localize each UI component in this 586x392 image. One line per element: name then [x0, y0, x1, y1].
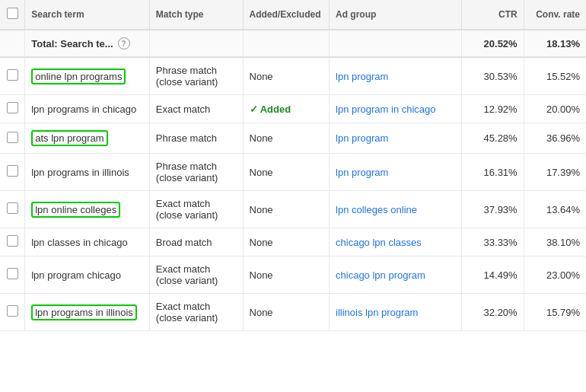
added-excluded-cell: None	[243, 154, 330, 191]
table-row: online lpn programsPhrase match (close v…	[0, 57, 586, 95]
table-row: lpn programs in illinoisPhrase match (cl…	[0, 154, 586, 191]
col-ctr: CTR	[461, 0, 524, 30]
row-checkbox[interactable]	[7, 132, 18, 143]
total-adgroup-cell	[330, 30, 462, 57]
ctr-cell: 45.28%	[461, 123, 524, 154]
search-term-cell: lpn program chicago	[25, 257, 150, 294]
search-term-cell: lpn programs in chicago	[25, 95, 150, 123]
table-row: lpn programs in chicagoExact match✓ Adde…	[0, 95, 586, 123]
row-checkbox[interactable]	[7, 202, 18, 214]
ad-group-cell: lpn program	[330, 57, 462, 95]
search-term-cell: lpn online colleges	[25, 191, 150, 228]
search-term-cell: lpn programs in illinois	[25, 294, 150, 331]
table-row: lpn program chicagoExact match (close va…	[0, 257, 586, 294]
conv-rate-cell: 15.52%	[524, 57, 586, 95]
ad-group-cell: chicago lpn classes	[330, 228, 462, 257]
col-added-excluded: Added/Excluded	[243, 0, 330, 30]
conv-rate-cell: 20.00%	[524, 95, 586, 123]
row-checkbox-cell	[0, 57, 25, 95]
row-checkbox[interactable]	[7, 305, 18, 317]
row-checkbox-cell	[0, 154, 25, 191]
row-checkbox-cell	[0, 191, 25, 228]
row-checkbox[interactable]	[7, 268, 18, 279]
ad-group-cell: lpn program	[330, 154, 462, 191]
conv-rate-cell: 17.39%	[524, 154, 586, 191]
ad-group-cell: lpn program in chicago	[330, 95, 462, 123]
total-label-cell: Total: Search te... ?	[25, 30, 150, 57]
added-excluded-cell: None	[243, 294, 330, 331]
match-type-cell: Exact match (close variant)	[149, 294, 243, 331]
added-excluded-cell: None	[243, 123, 330, 154]
table-row: lpn programs in illinoisExact match (clo…	[0, 294, 586, 331]
header-checkbox[interactable]	[7, 8, 18, 19]
table-row: lpn online collegesExact match (close va…	[0, 191, 586, 228]
highlighted-search-term: ats lpn program	[31, 130, 107, 146]
ctr-cell: 30.53%	[461, 57, 524, 95]
added-excluded-cell: ✓ Added	[243, 95, 330, 123]
ad-group-cell: illinois lpn program	[330, 294, 462, 331]
total-conv: 18.13%	[524, 30, 586, 57]
added-excluded-cell: None	[243, 57, 330, 95]
highlighted-search-term: online lpn programs	[31, 69, 126, 84]
ad-group-link[interactable]: chicago lpn classes	[336, 237, 422, 248]
ctr-cell: 33.33%	[461, 228, 524, 257]
added-status: ✓ Added	[250, 104, 291, 115]
ad-group-link[interactable]: lpn program	[336, 132, 388, 144]
ctr-cell: 14.49%	[461, 257, 524, 294]
ad-group-cell: lpn colleges online	[330, 191, 462, 228]
total-row: Total: Search te... ? 20.52% 18.13%	[0, 30, 586, 57]
row-checkbox-cell	[0, 95, 25, 123]
match-type-cell: Phrase match (close variant)	[149, 57, 243, 95]
col-search-term: Search term	[25, 0, 150, 30]
ad-group-cell: chicago lpn program	[330, 257, 462, 294]
match-type-cell: Broad match	[149, 228, 243, 257]
ad-group-cell: lpn program	[330, 123, 462, 154]
ad-group-link[interactable]: lpn program	[336, 167, 388, 178]
row-checkbox[interactable]	[7, 235, 18, 247]
help-icon[interactable]: ?	[118, 37, 130, 49]
total-added-cell	[243, 30, 330, 57]
ctr-cell: 32.20%	[461, 294, 524, 331]
ad-group-link[interactable]: lpn program in chicago	[336, 104, 436, 115]
col-ad-group: Ad group	[330, 0, 462, 30]
col-conv-rate: Conv. rate	[524, 0, 586, 30]
search-term-cell: ats lpn program	[25, 123, 150, 154]
search-term-cell: online lpn programs	[25, 57, 150, 95]
ad-group-link[interactable]: illinois lpn program	[336, 307, 418, 318]
col-match-type: Match type	[149, 0, 243, 30]
match-type-cell: Exact match	[149, 95, 243, 123]
conv-rate-cell: 23.00%	[524, 257, 586, 294]
conv-rate-cell: 38.10%	[524, 228, 586, 257]
ad-group-link[interactable]: lpn program	[336, 71, 388, 82]
table-row: lpn classes in chicagoBroad matchNonechi…	[0, 228, 586, 257]
added-excluded-cell: None	[243, 257, 330, 294]
highlighted-search-term: lpn programs in illinois	[31, 304, 137, 320]
ad-group-link[interactable]: lpn colleges online	[336, 204, 417, 215]
row-checkbox-cell	[0, 294, 25, 331]
row-checkbox-cell	[0, 257, 25, 294]
highlighted-search-term: lpn online colleges	[31, 202, 120, 218]
match-type-cell: Exact match (close variant)	[149, 257, 243, 294]
match-type-cell: Exact match (close variant)	[149, 191, 243, 228]
total-ctr: 20.52%	[461, 30, 524, 57]
total-check-cell	[0, 30, 25, 57]
row-checkbox[interactable]	[7, 165, 18, 177]
added-excluded-cell: None	[243, 228, 330, 257]
ctr-cell: 37.93%	[461, 191, 524, 228]
ad-group-link[interactable]: chicago lpn program	[336, 269, 425, 281]
conv-rate-cell: 15.79%	[524, 294, 586, 331]
added-excluded-cell: None	[243, 191, 330, 228]
select-all-header	[0, 0, 25, 30]
ctr-cell: 12.92%	[461, 95, 524, 123]
row-checkbox[interactable]	[7, 102, 18, 113]
total-match-cell	[149, 30, 243, 57]
conv-rate-cell: 13.64%	[524, 191, 586, 228]
row-checkbox-cell	[0, 123, 25, 154]
search-term-cell: lpn classes in chicago	[25, 228, 150, 257]
ctr-cell: 16.31%	[461, 154, 524, 191]
match-type-cell: Phrase match	[149, 123, 243, 154]
conv-rate-cell: 36.96%	[524, 123, 586, 154]
row-checkbox[interactable]	[7, 69, 18, 81]
total-label-text: Total: Search te...	[31, 38, 113, 49]
match-type-cell: Phrase match (close variant)	[149, 154, 243, 191]
